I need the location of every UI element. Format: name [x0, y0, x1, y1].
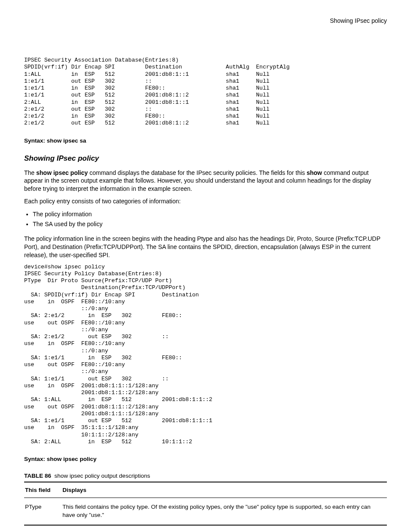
col-displays: Displays	[62, 482, 387, 498]
ipsec-sa-output: IPSEC Security Association Database(Entr…	[24, 57, 387, 127]
para-policy-info: The policy information line in the scree…	[24, 235, 387, 259]
syntax-policy: Syntax: show ipsec policy	[24, 456, 387, 462]
section-heading: Showing IPsec policy	[24, 154, 387, 163]
list-item: The SA used by the policy	[33, 220, 387, 229]
cell-field: PType	[24, 498, 62, 525]
cmd-show-ipsec-policy: show ipsec policy	[36, 169, 88, 176]
col-this-field: This field	[24, 482, 62, 498]
ipsec-policy-output: device#show ipsec policy IPSEC Security …	[24, 264, 387, 446]
para-categories: Each policy entry consists of two catego…	[24, 197, 387, 205]
bullet-list: The policy information The SA used by th…	[24, 210, 387, 229]
list-item: The policy information	[33, 210, 387, 219]
cmd-show: show	[307, 169, 322, 176]
page-section-title: Showing IPsec policy	[24, 17, 387, 24]
table-title-text: show ipsec policy output descriptions	[54, 473, 150, 479]
table-number: TABLE 86	[24, 473, 51, 479]
para1-mid: command displays the database for the IP…	[88, 169, 307, 176]
para-intro: The show ipsec policy command displays t…	[24, 169, 387, 193]
para1-pre: The	[24, 169, 36, 176]
output-description-table: This field Displays PType This field con…	[24, 482, 387, 526]
table-caption: TABLE 86 show ipsec policy output descri…	[24, 473, 387, 479]
table-row: PType This field contains the policy typ…	[24, 498, 387, 525]
syntax-sa: Syntax: show ipsec sa	[24, 137, 387, 144]
cell-desc: This field contains the policy type. Of …	[62, 498, 387, 525]
